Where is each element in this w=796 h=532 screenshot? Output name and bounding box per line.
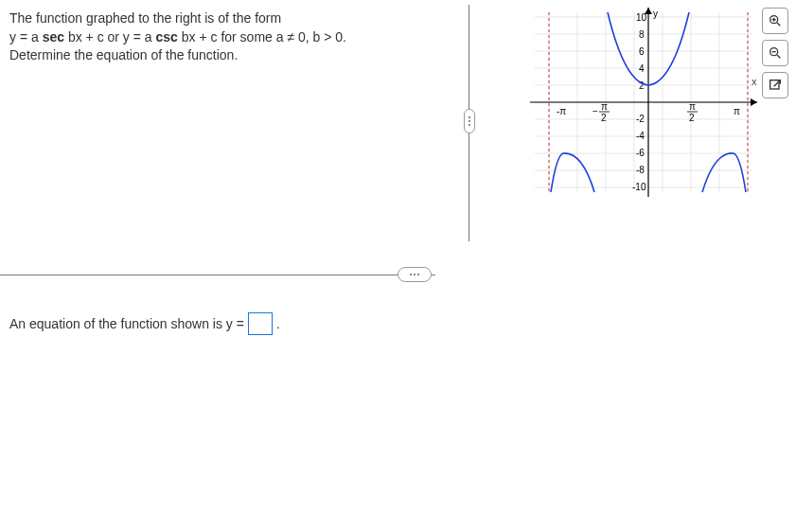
y-axis-label: y: [653, 9, 658, 19]
svg-text:-8: -8: [636, 165, 645, 175]
form-suffix: bx + c for some a ≠ 0, b > 0.: [178, 29, 346, 44]
open-new-button[interactable]: [762, 72, 788, 98]
y-tick-10: 10: [636, 12, 647, 23]
svg-text:2: 2: [689, 113, 695, 123]
collapse-handle[interactable]: [464, 109, 475, 133]
answer-suffix: .: [276, 316, 280, 331]
form-mid: bx + c or y = a: [64, 29, 156, 44]
zoom-in-button[interactable]: [762, 8, 788, 34]
x-axis-label: x: [752, 76, 757, 87]
svg-line-43: [777, 23, 780, 26]
question-text: The function graphed to the right is of …: [9, 9, 388, 65]
question-line3: Determine the equation of the function.: [9, 47, 238, 62]
horizontal-divider: [0, 275, 435, 275]
graph: 10 8 6 4 2 -2 -4 -6 -8 -10 -π π2− π2 π y: [530, 8, 757, 197]
svg-line-47: [777, 55, 780, 58]
zoom-out-icon: [768, 45, 783, 61]
sec-bold: sec: [43, 29, 64, 44]
open-new-icon: [768, 78, 783, 93]
svg-text:π: π: [734, 106, 740, 116]
svg-text:-2: -2: [636, 114, 645, 124]
question-line1: The function graphed to the right is of …: [9, 10, 281, 26]
svg-text:2: 2: [601, 113, 607, 123]
svg-text:π: π: [689, 101, 696, 112]
svg-marker-22: [751, 98, 757, 106]
graph-tools: [762, 8, 790, 98]
answer-area: An equation of the function shown is y =…: [9, 312, 280, 335]
csc-bold: csc: [156, 29, 178, 44]
svg-text:-10: -10: [632, 182, 646, 192]
x-tick-neg-pi: -π: [557, 106, 566, 116]
expand-handle[interactable]: [398, 267, 432, 282]
svg-text:-6: -6: [636, 148, 645, 158]
answer-input[interactable]: [248, 312, 273, 335]
zoom-in-icon: [768, 13, 783, 28]
form-y-eq: y = a: [9, 29, 43, 44]
svg-rect-49: [770, 80, 779, 89]
svg-text:8: 8: [639, 29, 645, 40]
svg-text:6: 6: [639, 46, 645, 57]
svg-text:-4: -4: [636, 131, 645, 141]
svg-text:−: −: [593, 106, 598, 116]
answer-prompt: An equation of the function shown is y =: [9, 316, 244, 331]
svg-text:π: π: [601, 101, 608, 112]
svg-text:4: 4: [639, 63, 645, 74]
zoom-out-button[interactable]: [762, 40, 788, 66]
